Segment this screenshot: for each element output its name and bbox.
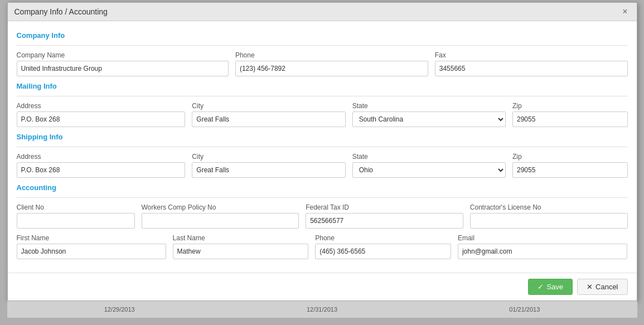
mailing-info-section-title: Mailing Info xyxy=(17,82,628,90)
wc-policy-group: Workers Comp Policy No xyxy=(142,203,299,229)
mailing-zip-label: Zip xyxy=(512,102,628,110)
modal-header: Company Info / Accounting × xyxy=(8,3,637,21)
shipping-zip-label: Zip xyxy=(512,153,628,161)
x-icon: ✕ xyxy=(587,283,593,291)
client-no-input[interactable] xyxy=(17,213,135,229)
bottom-date-3: 01/21/2013 xyxy=(509,306,540,313)
accounting-row-1: Client No Workers Comp Policy No Federal… xyxy=(17,203,628,229)
bottom-date-2: 12/31/2013 xyxy=(307,306,337,313)
email-group: Email xyxy=(458,234,628,259)
mailing-state-label: State xyxy=(352,102,506,110)
modal-overlay: Company Info / Accounting × Company Info… xyxy=(0,0,644,325)
fax-input[interactable] xyxy=(435,61,628,76)
save-label: Save xyxy=(546,283,563,291)
accounting-section-title: Accounting xyxy=(17,183,628,192)
mailing-address-input[interactable] xyxy=(17,111,186,127)
first-name-group: First Name xyxy=(17,234,166,259)
mailing-info-divider xyxy=(17,96,628,96)
company-name-group: Company Name xyxy=(17,51,229,76)
mailing-state-select[interactable]: AlabamaAlaskaArizonaArkansasCaliforniaCo… xyxy=(352,111,506,127)
shipping-city-label: City xyxy=(192,153,345,161)
last-name-group: Last Name xyxy=(173,234,309,259)
federal-tax-label: Federal Tax ID xyxy=(306,203,463,211)
shipping-state-select[interactable]: AlabamaAlaskaArizonaArkansasCaliforniaCo… xyxy=(352,162,506,178)
shipping-info-divider xyxy=(17,147,628,147)
cancel-label: Cancel xyxy=(595,283,618,291)
shipping-address-label: Address xyxy=(17,153,186,161)
accounting-phone-label: Phone xyxy=(315,234,451,242)
phone-group: Phone xyxy=(235,51,428,76)
mailing-address-group: Address xyxy=(17,102,186,127)
wc-policy-input[interactable] xyxy=(142,213,299,229)
shipping-city-input[interactable] xyxy=(192,162,345,178)
bottom-date-1: 12/29/2013 xyxy=(104,306,135,313)
mailing-city-input[interactable] xyxy=(192,111,345,127)
accounting-phone-input[interactable] xyxy=(315,244,451,259)
mailing-state-group: State AlabamaAlaskaArizonaArkansasCalifo… xyxy=(352,102,506,127)
accounting-divider xyxy=(17,197,628,198)
contractor-license-label: Contractor's License No xyxy=(470,203,628,211)
contractor-license-group: Contractor's License No xyxy=(470,203,628,229)
phone-label: Phone xyxy=(235,51,428,59)
shipping-state-label: State xyxy=(352,153,506,161)
shipping-state-group: State AlabamaAlaskaArizonaArkansasCalifo… xyxy=(352,153,506,178)
shipping-zip-group: Zip xyxy=(512,153,628,178)
first-name-label: First Name xyxy=(17,234,166,242)
mailing-city-group: City xyxy=(192,102,345,127)
shipping-zip-input[interactable] xyxy=(512,162,628,178)
checkmark-icon: ✓ xyxy=(538,283,544,291)
shipping-address-group: Address xyxy=(17,153,186,178)
last-name-label: Last Name xyxy=(173,234,309,242)
mailing-zip-input[interactable] xyxy=(512,111,628,127)
mailing-zip-group: Zip xyxy=(512,102,628,127)
phone-input[interactable] xyxy=(235,61,428,76)
shipping-info-row: Address City State AlabamaAlaskaArizonaA… xyxy=(17,153,628,178)
company-name-input[interactable] xyxy=(17,61,229,76)
company-info-section-title: Company Info xyxy=(17,31,628,40)
accounting-row-2: First Name Last Name Phone Email xyxy=(17,234,628,259)
bottom-bar: 12/29/2013 12/31/2013 01/21/2013 xyxy=(7,301,637,318)
company-name-label: Company Name xyxy=(17,51,229,59)
email-label: Email xyxy=(458,234,628,242)
cancel-button[interactable]: ✕ Cancel xyxy=(577,279,627,295)
modal-dialog: Company Info / Accounting × Company Info… xyxy=(7,2,637,301)
shipping-info-section-title: Shipping Info xyxy=(17,133,628,141)
federal-tax-group: Federal Tax ID xyxy=(306,203,463,229)
shipping-address-input[interactable] xyxy=(17,162,186,178)
client-no-group: Client No xyxy=(17,203,135,229)
fax-label: Fax xyxy=(435,51,628,59)
contractor-license-input[interactable] xyxy=(470,213,628,229)
mailing-address-label: Address xyxy=(17,102,186,110)
save-button[interactable]: ✓ Save xyxy=(528,279,573,295)
company-info-divider xyxy=(17,45,628,46)
fax-group: Fax xyxy=(435,51,628,76)
mailing-info-row: Address City State AlabamaAlaskaArizonaA… xyxy=(17,102,628,127)
modal-footer: ✓ Save ✕ Cancel xyxy=(8,273,637,300)
modal-title: Company Info / Accounting xyxy=(14,7,108,16)
shipping-city-group: City xyxy=(192,153,345,178)
first-name-input[interactable] xyxy=(17,244,166,259)
federal-tax-input[interactable] xyxy=(306,213,463,229)
last-name-input[interactable] xyxy=(173,244,309,259)
company-info-row: Company Name Phone Fax xyxy=(17,51,628,76)
accounting-phone-group: Phone xyxy=(315,234,451,259)
wc-policy-label: Workers Comp Policy No xyxy=(142,203,299,211)
client-no-label: Client No xyxy=(17,203,135,211)
modal-body: Company Info Company Name Phone Fax xyxy=(8,21,637,273)
mailing-city-label: City xyxy=(192,102,345,110)
email-input[interactable] xyxy=(458,244,628,259)
modal-close-button[interactable]: × xyxy=(620,7,630,16)
